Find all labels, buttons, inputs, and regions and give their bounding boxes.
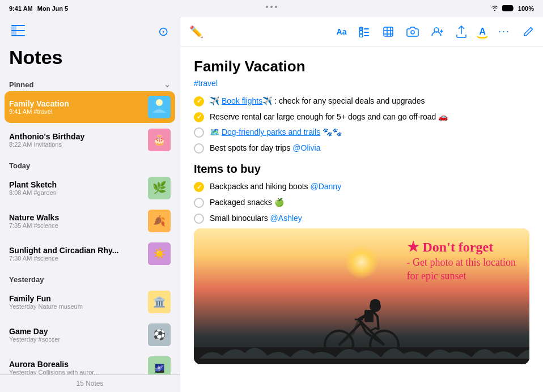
- app-container: ⊙ Notes Pinned ⌄ Family Vacation 9:41 AM…: [0, 17, 543, 392]
- status-bar: 9:41 AM Mon Jun 5 100%: [0, 0, 543, 17]
- status-date: Mon Jun 5: [37, 5, 68, 12]
- font-format-button[interactable]: Aa: [334, 25, 349, 39]
- note-title: Nature Walks: [9, 213, 143, 222]
- svg-rect-27: [364, 32, 369, 33]
- mention-ashley: @Ashley: [270, 214, 302, 223]
- note-item-nature-walks[interactable]: Nature Walks 7:35 AM #science 🍂: [5, 205, 175, 237]
- battery-label: 100%: [518, 5, 534, 12]
- note-meta: 7:30 AM #science: [9, 255, 143, 262]
- compose-button[interactable]: [520, 24, 536, 40]
- items-to-buy-title: Items to buy: [194, 163, 529, 176]
- svg-text:🌌: 🌌: [155, 364, 165, 373]
- note-item-game-day[interactable]: Game Day Yesterday #soccer ⚽: [5, 319, 175, 351]
- checkbox-3[interactable]: [194, 127, 204, 138]
- checkbox-1[interactable]: [194, 96, 204, 106]
- checklist-item-7: Small binoculars @Ashley: [194, 213, 529, 224]
- sidebar-toggle-button[interactable]: [9, 23, 27, 41]
- checklist-button[interactable]: [357, 24, 372, 40]
- svg-rect-5: [11, 30, 25, 31]
- note-thumbnail: 🎂: [148, 129, 171, 151]
- checkbox-2[interactable]: [194, 112, 204, 122]
- note-meta: Yesterday Collisions with auror...: [9, 369, 143, 374]
- checklist-text-7: Small binoculars @Ashley: [210, 213, 302, 224]
- pinned-section-header: Pinned ⌄: [5, 75, 175, 91]
- note-meta: 9:41 AM #travel: [9, 108, 143, 115]
- note-thumbnail: 🌿: [148, 177, 171, 199]
- note-heading: Family Vacation: [194, 58, 529, 75]
- sidebar-toolbar: ⊙: [0, 17, 180, 46]
- today-section-header: Today: [5, 157, 175, 172]
- checklist-item-2: Reserve rental car large enough for 5+ d…: [194, 112, 529, 123]
- checklist-item-5: Backpacks and hiking boots @Danny: [194, 181, 529, 193]
- share-button[interactable]: [454, 23, 469, 40]
- note-thumbnail: ☀️: [148, 242, 171, 265]
- note-body: Family Vacation #travel ✈️ Book flights✈…: [180, 46, 543, 392]
- main-content: ✏️ Aa: [180, 17, 543, 392]
- sidebar: ⊙ Notes Pinned ⌄ Family Vacation 9:41 AM…: [0, 17, 180, 392]
- svg-text:🍂: 🍂: [153, 215, 166, 227]
- back-button[interactable]: ✏️: [187, 23, 206, 41]
- svg-rect-29: [364, 35, 369, 36]
- more-toolbar-button[interactable]: ···: [496, 23, 512, 40]
- svg-rect-2: [513, 7, 514, 10]
- checklist-item-3: 🗺️ Dog-friendly parks and trails 🐾🐾: [194, 127, 529, 138]
- pinned-label: Pinned: [9, 80, 33, 89]
- svg-point-35: [411, 31, 414, 34]
- camera-button[interactable]: [404, 24, 421, 39]
- svg-point-26: [359, 31, 363, 34]
- note-thumbnail: 🍂: [148, 210, 171, 232]
- checklist-text-3: 🗺️ Dog-friendly parks and trails 🐾🐾: [210, 127, 342, 138]
- highlight-button[interactable]: A: [477, 24, 488, 39]
- note-image: ★ Don't forget - Get photo at this locat…: [194, 228, 529, 364]
- note-title: Family Vacation: [9, 99, 143, 108]
- mention-danny: @Danny: [310, 182, 341, 191]
- notes-list: Pinned ⌄ Family Vacation 9:41 AM #travel: [0, 75, 180, 374]
- note-item-anthonios-birthday[interactable]: Anthonio's Birthday 8:22 AM Invitations …: [5, 124, 175, 156]
- checklist-text-1: ✈️ Book flights✈️ : check for any specia…: [210, 96, 425, 107]
- note-item-family-vacation[interactable]: Family Vacation 9:41 AM #travel: [5, 91, 175, 123]
- note-item-plant-sketch[interactable]: Plant Sketch 8:08 AM #garden 🌿: [5, 172, 175, 204]
- checklist-item-6: Packaged snacks 🍏: [194, 197, 529, 208]
- pinned-chevron-icon[interactable]: ⌄: [164, 80, 171, 89]
- svg-rect-4: [11, 25, 25, 26]
- note-thumbnail: 🏛️: [148, 291, 171, 313]
- checkbox-7[interactable]: [194, 214, 204, 224]
- mention-olivia: @Olivia: [292, 143, 320, 152]
- notes-count: 15 Notes: [0, 374, 180, 392]
- book-flights-link[interactable]: Book flights: [222, 96, 262, 105]
- today-label: Today: [9, 161, 30, 170]
- note-title: Sunlight and Circadian Rhy...: [9, 246, 143, 255]
- note-title: Anthonio's Birthday: [9, 132, 143, 141]
- yesterday-section-header: Yesterday: [5, 271, 175, 286]
- note-item-aurora-borealis[interactable]: Aurora Borealis Yesterday Collisions wit…: [5, 352, 175, 374]
- checklist-text-4: Best spots for day trips @Olivia: [210, 143, 321, 154]
- svg-rect-1: [503, 6, 512, 10]
- svg-text:🎂: 🎂: [153, 134, 166, 146]
- dog-parks-link[interactable]: Dog-friendly parks and trails: [222, 127, 320, 137]
- svg-point-24: [360, 28, 362, 29]
- more-options-button[interactable]: ⊙: [156, 22, 171, 41]
- add-person-button[interactable]: [429, 24, 446, 39]
- note-thumbnail: ⚽: [148, 323, 171, 346]
- checklist-item-1: ✈️ Book flights✈️ : check for any specia…: [194, 96, 529, 107]
- svg-text:☀️: ☀️: [153, 248, 166, 260]
- note-item-family-fun[interactable]: Family Fun Yesterday Nature museum 🏛️: [5, 286, 175, 318]
- svg-point-43: [370, 299, 380, 307]
- handwriting-line2: - Get photo at this location: [407, 257, 516, 268]
- note-hashtag: #travel: [194, 79, 529, 88]
- checkbox-5[interactable]: [194, 182, 204, 192]
- note-meta: Yesterday Nature museum: [9, 303, 143, 310]
- note-meta: Yesterday #soccer: [9, 336, 143, 343]
- note-meta: 8:08 AM #garden: [9, 189, 143, 196]
- status-time: 9:41 AM: [9, 5, 33, 12]
- table-button[interactable]: [380, 24, 396, 40]
- note-title: Family Fun: [9, 294, 143, 303]
- checkbox-6[interactable]: [194, 198, 204, 208]
- note-thumbnail: 🌌: [148, 356, 171, 374]
- battery-icon: [502, 5, 515, 12]
- note-item-sunlight-circadian[interactable]: Sunlight and Circadian Rhy... 7:30 AM #s…: [5, 238, 175, 270]
- checkbox-4[interactable]: [194, 143, 204, 154]
- svg-point-28: [359, 34, 363, 37]
- checklist-text-5: Backpacks and hiking boots @Danny: [210, 181, 341, 193]
- svg-text:🏛️: 🏛️: [153, 296, 166, 308]
